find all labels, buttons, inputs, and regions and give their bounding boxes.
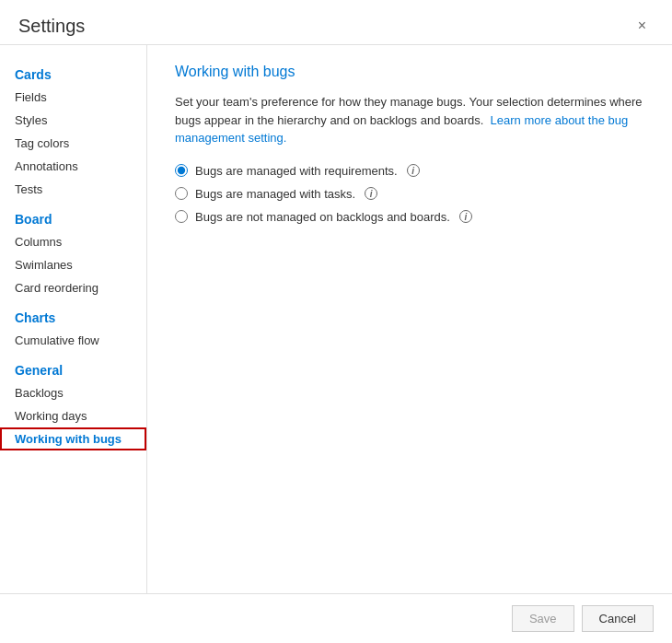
radio-group: Bugs are managed with requirements. i Bu… (175, 164, 644, 224)
sidebar-item-tag-colors[interactable]: Tag colors (0, 132, 146, 155)
sidebar: Cards Fields Styles Tag colors Annotatio… (0, 45, 147, 593)
sidebar-section-charts: Charts (0, 303, 146, 329)
close-button[interactable]: × (631, 15, 654, 37)
radio-label-not-managed[interactable]: Bugs are not managed on backlogs and boa… (195, 210, 450, 224)
sidebar-item-tests[interactable]: Tests (0, 178, 146, 201)
sidebar-item-card-reordering[interactable]: Card reordering (0, 276, 146, 299)
sidebar-section-board: Board (0, 205, 146, 230)
save-button[interactable]: Save (512, 605, 574, 632)
sidebar-item-cumulative-flow[interactable]: Cumulative flow (0, 329, 146, 352)
dialog-header: Settings × (0, 0, 672, 44)
radio-item-not-managed: Bugs are not managed on backlogs and boa… (175, 210, 644, 224)
sidebar-item-columns[interactable]: Columns (0, 230, 146, 253)
settings-dialog: Settings × Cards Fields Styles Tag color… (0, 0, 672, 643)
sidebar-section-cards: Cards (0, 60, 146, 86)
info-icon-tasks[interactable]: i (365, 187, 377, 200)
sidebar-item-styles[interactable]: Styles (0, 109, 146, 132)
radio-item-requirements: Bugs are managed with requirements. i (175, 164, 644, 178)
sidebar-item-working-days[interactable]: Working days (0, 404, 146, 427)
dialog-body: Cards Fields Styles Tag colors Annotatio… (0, 44, 672, 593)
sidebar-item-swimlanes[interactable]: Swimlanes (0, 253, 146, 276)
sidebar-item-backlogs[interactable]: Backlogs (0, 381, 146, 404)
sidebar-item-working-with-bugs[interactable]: Working with bugs (0, 427, 146, 450)
cancel-button[interactable]: Cancel (582, 605, 654, 632)
radio-label-requirements[interactable]: Bugs are managed with requirements. (195, 164, 398, 178)
radio-not-managed[interactable] (175, 210, 188, 223)
dialog-title: Settings (18, 16, 85, 37)
radio-tasks[interactable] (175, 187, 188, 200)
sidebar-item-annotations[interactable]: Annotations (0, 155, 146, 178)
info-icon-requirements[interactable]: i (407, 164, 420, 177)
description: Set your team's preference for how they … (175, 93, 644, 147)
main-content: Working with bugs Set your team's prefer… (147, 45, 672, 593)
section-title: Working with bugs (175, 64, 644, 80)
radio-item-tasks: Bugs are managed with tasks. i (175, 187, 644, 201)
radio-label-tasks[interactable]: Bugs are managed with tasks. (195, 187, 355, 201)
dialog-footer: Save Cancel (0, 593, 672, 643)
sidebar-section-general: General (0, 356, 146, 381)
sidebar-item-fields[interactable]: Fields (0, 86, 146, 109)
info-icon-not-managed[interactable]: i (459, 210, 472, 223)
radio-requirements[interactable] (175, 164, 188, 177)
